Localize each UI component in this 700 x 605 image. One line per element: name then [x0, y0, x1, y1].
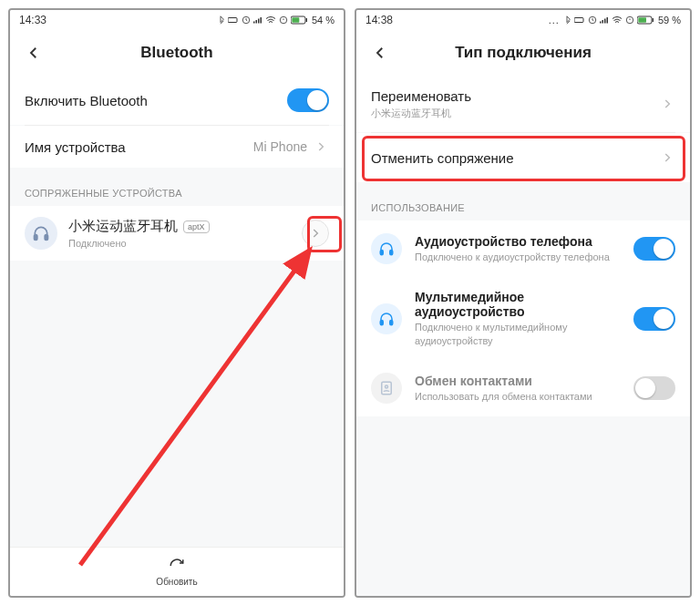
- enable-bluetooth-label: Включить Bluetooth: [25, 93, 287, 108]
- codec-badge: aptX: [183, 220, 210, 233]
- svg-rect-25: [390, 320, 393, 324]
- svg-rect-14: [600, 22, 602, 24]
- refresh-button[interactable]: Обновить: [10, 547, 344, 596]
- svg-rect-22: [380, 251, 383, 255]
- enable-bluetooth-row[interactable]: Включить Bluetooth: [10, 76, 344, 125]
- chevron-right-icon: [659, 149, 675, 166]
- usage-toggle[interactable]: [633, 376, 675, 400]
- back-button[interactable]: [23, 42, 45, 64]
- chevron-left-icon: [26, 45, 42, 61]
- svg-rect-0: [228, 18, 237, 23]
- usage-contacts-row[interactable]: Обмен контактами Использовать для обмена…: [356, 360, 690, 416]
- svg-rect-12: [574, 18, 583, 23]
- device-name-value: Mi Phone: [253, 139, 307, 154]
- device-name-label: Имя устройства: [25, 139, 253, 155]
- device-name-row[interactable]: Имя устройства Mi Phone: [10, 126, 344, 168]
- contacts-icon: [371, 373, 402, 404]
- unpair-label: Отменить сопряжение: [371, 150, 659, 166]
- bluetooth-toggle[interactable]: [287, 88, 329, 112]
- headphones-icon: [371, 303, 402, 334]
- usage-title: Обмен контактами: [415, 374, 621, 388]
- status-icons: ... 59 %: [549, 15, 681, 26]
- usage-media-audio-row[interactable]: Мультимедийное аудиоустройство Подключен…: [356, 277, 690, 360]
- svg-rect-21: [653, 18, 654, 22]
- usage-toggle[interactable]: [633, 237, 675, 261]
- usage-toggle[interactable]: [633, 307, 675, 331]
- svg-rect-20: [638, 17, 646, 22]
- header: Bluetooth: [10, 30, 344, 76]
- page-title: Bluetooth: [10, 44, 344, 62]
- svg-rect-9: [306, 18, 307, 22]
- svg-rect-3: [255, 20, 257, 24]
- status-battery-pct: 59 %: [658, 15, 681, 26]
- svg-rect-10: [35, 235, 37, 241]
- usage-title: Мультимедийное аудиоустройство: [415, 290, 621, 319]
- svg-rect-2: [253, 22, 255, 24]
- rename-row[interactable]: Переименовать 小米运动蓝牙耳机: [356, 76, 690, 132]
- svg-rect-11: [45, 235, 47, 241]
- rename-label: Переименовать: [371, 88, 659, 104]
- svg-rect-16: [604, 19, 606, 24]
- svg-rect-23: [390, 251, 393, 255]
- svg-rect-8: [292, 17, 299, 22]
- device-settings-button[interactable]: [302, 220, 329, 247]
- svg-rect-17: [606, 17, 608, 24]
- status-battery-pct: 54 %: [312, 15, 335, 26]
- svg-rect-15: [602, 20, 603, 24]
- unpair-row[interactable]: Отменить сопряжение: [356, 133, 690, 182]
- svg-point-27: [386, 385, 388, 388]
- device-title: 小米运动蓝牙耳机: [68, 218, 178, 235]
- refresh-label: Обновить: [156, 577, 197, 587]
- phone-right: 14:38 ... 59 % Тип подключения Переимено…: [355, 8, 692, 598]
- status-bar: 14:33 54 %: [10, 10, 344, 30]
- usage-title: Аудиоустройство телефона: [415, 234, 621, 249]
- usage-sub: Подключено к мультимедийному аудиоустрой…: [415, 321, 621, 347]
- headphones-icon: [25, 217, 57, 250]
- svg-rect-24: [380, 320, 383, 324]
- status-bar: 14:38 ... 59 %: [356, 10, 690, 30]
- back-button[interactable]: [369, 42, 391, 64]
- header: Тип подключения: [356, 30, 690, 76]
- chevron-right-icon: [313, 138, 329, 155]
- usage-sub: Использовать для обмена контактами: [415, 390, 621, 403]
- refresh-icon: [168, 557, 186, 575]
- svg-rect-4: [258, 19, 260, 24]
- usage-sub: Подключено к аудиоустройству телефона: [415, 251, 621, 263]
- usage-phone-audio-row[interactable]: Аудиоустройство телефона Подключено к ау…: [356, 220, 690, 277]
- usage-section-header: ИСПОЛЬЗОВАНИЕ: [356, 193, 690, 220]
- rename-sub: 小米运动蓝牙耳机: [371, 107, 659, 119]
- status-icons: 54 %: [216, 15, 335, 26]
- page-title: Тип подключения: [356, 44, 690, 62]
- svg-rect-5: [260, 17, 262, 24]
- status-time: 14:33: [19, 14, 46, 26]
- device-status: Подключено: [68, 238, 302, 249]
- paired-section-header: СОПРЯЖЕННЫЕ УСТРОЙСТВА: [10, 179, 344, 206]
- status-time: 14:38: [365, 14, 393, 26]
- paired-device-row[interactable]: 小米运动蓝牙耳机 aptX Подключено: [10, 206, 344, 261]
- chevron-right-icon: [659, 96, 675, 112]
- chevron-left-icon: [372, 45, 388, 61]
- headphones-icon: [371, 233, 402, 264]
- chevron-right-icon: [309, 227, 322, 240]
- phone-left: 14:33 54 % Bluetooth Включить Bluetooth: [8, 8, 345, 598]
